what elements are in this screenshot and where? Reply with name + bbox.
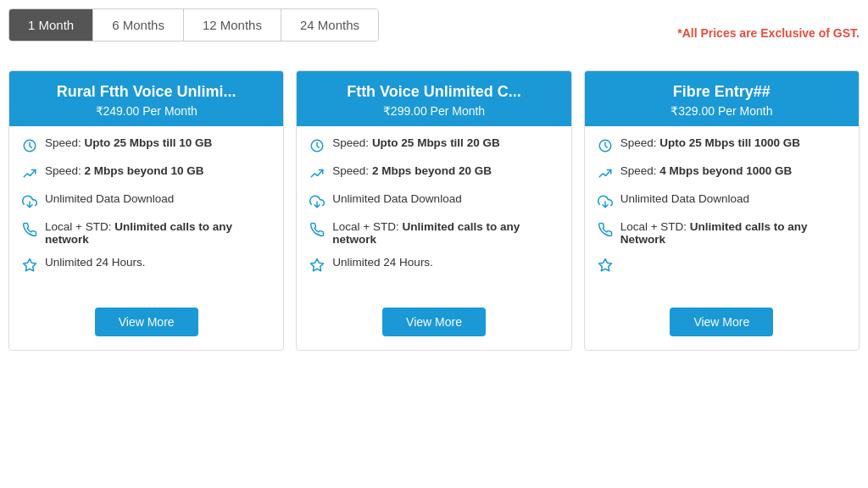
- feature-row-1-2: Unlimited Data Download: [309, 192, 559, 210]
- star-icon: [309, 257, 326, 274]
- card-price-1: ₹299.00 Per Month: [305, 104, 562, 118]
- feature-text-0-3: Local + STD: Unlimited calls to any netw…: [45, 220, 271, 246]
- phone-icon: [21, 221, 38, 238]
- tab-24months[interactable]: 24 Months: [281, 9, 378, 41]
- header-row: 1 Month6 Months12 Months24 Months *All P…: [8, 8, 860, 57]
- feature-text-2-1: Speed: 4 Mbps beyond 1000 GB: [620, 164, 793, 177]
- download-cloud-icon: [309, 193, 326, 210]
- feature-row-1-1: Speed: 2 Mbps beyond 20 GB: [309, 164, 559, 182]
- plan-card-0: Rural Ftth Voice Unlimi...₹249.00 Per Mo…: [8, 70, 284, 351]
- card-footer-0: View More: [9, 294, 283, 350]
- feature-row-1-0: Speed: Upto 25 Mbps till 20 GB: [309, 136, 559, 154]
- feature-row-1-3: Local + STD: Unlimited calls to any netw…: [309, 220, 559, 246]
- feature-row-0-1: Speed: 2 Mbps beyond 10 GB: [21, 164, 271, 182]
- feature-row-2-0: Speed: Upto 25 Mbps till 1000 GB: [597, 136, 847, 154]
- feature-text-2-0: Speed: Upto 25 Mbps till 1000 GB: [620, 136, 800, 149]
- feature-row-0-4: Unlimited 24 Hours.: [21, 256, 271, 274]
- svg-marker-5: [598, 259, 611, 271]
- speed-wave-icon: [309, 165, 326, 182]
- card-footer-1: View More: [297, 294, 570, 350]
- plan-card-1: Ftth Voice Unlimited C...₹299.00 Per Mon…: [296, 70, 571, 351]
- svg-marker-1: [24, 259, 36, 271]
- feature-text-1-4: Unlimited 24 Hours.: [332, 256, 433, 269]
- feature-text-1-3: Local + STD: Unlimited calls to any netw…: [332, 220, 559, 246]
- card-header-0: Rural Ftth Voice Unlimi...₹249.00 Per Mo…: [9, 71, 283, 126]
- feature-text-0-2: Unlimited Data Download: [45, 192, 174, 205]
- gst-note: *All Prices are Exclusive of GST.: [677, 26, 860, 40]
- svg-marker-3: [311, 259, 324, 271]
- download-cloud-icon: [597, 193, 614, 210]
- feature-row-2-1: Speed: 4 Mbps beyond 1000 GB: [597, 164, 847, 182]
- speed-circle-icon: [309, 137, 326, 154]
- speed-circle-icon: [597, 137, 614, 154]
- feature-text-1-2: Unlimited Data Download: [332, 192, 461, 205]
- card-price-0: ₹249.00 Per Month: [18, 104, 275, 118]
- card-header-2: Fibre Entry##₹329.00 Per Month: [585, 71, 859, 126]
- phone-icon: [309, 221, 326, 238]
- speed-circle-icon: [21, 137, 38, 154]
- plan-card-2: Fibre Entry##₹329.00 Per MonthSpeed: Upt…: [584, 70, 860, 351]
- view-more-button-1[interactable]: View More: [382, 308, 486, 336]
- speed-wave-icon: [597, 165, 614, 182]
- feature-row-0-2: Unlimited Data Download: [21, 192, 271, 210]
- card-body-1: Speed: Upto 25 Mbps till 20 GBSpeed: 2 M…: [297, 126, 570, 294]
- feature-text-0-1: Speed: 2 Mbps beyond 10 GB: [45, 164, 204, 177]
- feature-row-0-3: Local + STD: Unlimited calls to any netw…: [21, 220, 271, 246]
- view-more-button-0[interactable]: View More: [95, 308, 198, 336]
- tab-6months[interactable]: 6 Months: [93, 9, 184, 41]
- download-cloud-icon: [21, 193, 38, 210]
- tab-1month[interactable]: 1 Month: [9, 9, 93, 41]
- feature-row-2-4: [597, 256, 847, 274]
- feature-row-2-2: Unlimited Data Download: [597, 192, 847, 210]
- feature-row-0-0: Speed: Upto 25 Mbps till 10 GB: [21, 136, 271, 154]
- star-icon: [21, 257, 38, 274]
- feature-text-1-1: Speed: 2 Mbps beyond 20 GB: [332, 164, 492, 177]
- tab-bar: 1 Month6 Months12 Months24 Months: [8, 8, 379, 42]
- view-more-button-2[interactable]: View More: [670, 308, 773, 336]
- card-price-2: ₹329.00 Per Month: [593, 104, 850, 118]
- feature-text-1-0: Speed: Upto 25 Mbps till 20 GB: [332, 136, 499, 149]
- speed-wave-icon: [21, 165, 38, 182]
- feature-text-2-3: Local + STD: Unlimited calls to any Netw…: [620, 220, 847, 246]
- feature-row-1-4: Unlimited 24 Hours.: [309, 256, 559, 274]
- card-title-0: Rural Ftth Voice Unlimi...: [18, 83, 275, 101]
- star-icon: [597, 257, 614, 274]
- card-footer-2: View More: [585, 294, 859, 350]
- feature-text-0-4: Unlimited 24 Hours.: [45, 256, 146, 269]
- card-header-1: Ftth Voice Unlimited C...₹299.00 Per Mon…: [297, 71, 570, 126]
- feature-row-2-3: Local + STD: Unlimited calls to any Netw…: [597, 220, 847, 246]
- card-body-2: Speed: Upto 25 Mbps till 1000 GBSpeed: 4…: [585, 126, 859, 294]
- card-body-0: Speed: Upto 25 Mbps till 10 GBSpeed: 2 M…: [9, 126, 283, 294]
- tab-12months[interactable]: 12 Months: [184, 9, 281, 41]
- feature-text-2-2: Unlimited Data Download: [620, 192, 749, 205]
- phone-icon: [597, 221, 614, 238]
- feature-text-0-0: Speed: Upto 25 Mbps till 10 GB: [45, 136, 212, 149]
- card-title-1: Ftth Voice Unlimited C...: [305, 83, 562, 101]
- cards-container: Rural Ftth Voice Unlimi...₹249.00 Per Mo…: [8, 70, 860, 351]
- card-title-2: Fibre Entry##: [593, 83, 850, 101]
